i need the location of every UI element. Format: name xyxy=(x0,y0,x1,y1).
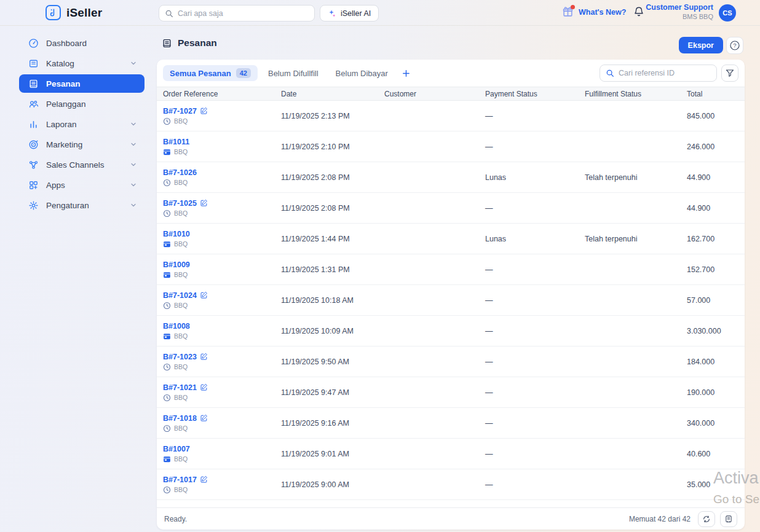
order-reference-cell: B#7-1027BBQ xyxy=(163,107,281,125)
order-reference-link[interactable]: B#7-1017 xyxy=(163,475,197,484)
total-cell: 40.600 xyxy=(687,450,738,458)
table-row[interactable]: B#7-1024BBQ11/19/2025 10:18 AM—57.000 xyxy=(157,285,745,316)
channel-label: BBQ xyxy=(174,302,188,309)
sidebar-item-dashboard[interactable]: Dashboard xyxy=(19,34,144,52)
filter-button[interactable] xyxy=(721,65,738,82)
column-header: Fulfillment Status xyxy=(585,90,687,98)
payment-status-cell: — xyxy=(485,296,585,305)
global-search[interactable] xyxy=(159,5,315,22)
draft-order-icon xyxy=(163,486,171,494)
tab-semua-pesanan[interactable]: Semua Pesanan42 xyxy=(163,65,258,81)
order-reference-link[interactable]: B#7-1027 xyxy=(163,107,197,115)
load-count: Memuat 42 dari 42 xyxy=(629,515,691,523)
iseller-ai-button[interactable]: iSeller AI xyxy=(320,5,379,22)
sidebar-item-marketing[interactable]: Marketing xyxy=(19,135,144,154)
table-row[interactable]: B#7-1021BBQ11/19/2025 9:47 AM—190.000 xyxy=(157,377,745,408)
payment-status-cell: — xyxy=(485,112,585,120)
export-button[interactable]: Ekspor xyxy=(679,37,723,53)
account-menu[interactable]: Customer Support BMS BBQ xyxy=(646,3,713,20)
notifications-bell-icon[interactable] xyxy=(633,6,644,17)
order-reference-link[interactable]: B#1008 xyxy=(163,322,190,331)
table-row[interactable]: B#1009BBQ11/19/2025 1:31 PM—152.700 xyxy=(157,254,745,285)
edit-icon[interactable] xyxy=(200,414,208,422)
account-store: BMS BBQ xyxy=(646,13,713,20)
edit-icon[interactable] xyxy=(200,107,208,115)
page-title-text: Pesanan xyxy=(178,37,217,49)
table-search[interactable] xyxy=(600,65,717,82)
date-cell: 11/19/2025 1:31 PM xyxy=(281,265,384,274)
edit-icon[interactable] xyxy=(200,291,208,299)
table-row[interactable]: B#7-1018BBQ11/19/2025 9:16 AM—340.000 xyxy=(157,408,745,439)
add-tab-button[interactable] xyxy=(398,65,414,81)
sidebar-item-sales-channels[interactable]: Sales Channels xyxy=(19,155,144,174)
order-reference-link[interactable]: B#1009 xyxy=(163,260,190,269)
table-row[interactable]: B#1008BBQ11/19/2025 10:09 AM—3.030.000 xyxy=(157,316,745,346)
order-reference-link[interactable]: B#7-1025 xyxy=(163,199,197,208)
sidebar-item-pesanan[interactable]: Pesanan xyxy=(19,74,144,93)
edit-icon[interactable] xyxy=(200,475,208,483)
sidebar-item-katalog[interactable]: Katalog xyxy=(19,54,144,72)
global-search-input[interactable] xyxy=(178,9,309,18)
order-reference-link[interactable]: B#7-1018 xyxy=(163,414,197,423)
table-search-input[interactable] xyxy=(619,69,711,77)
pos-channel-icon xyxy=(163,240,171,248)
sparkle-icon xyxy=(328,9,336,18)
edit-icon[interactable] xyxy=(200,353,208,361)
date-cell: 11/19/2025 9:50 AM xyxy=(281,358,384,366)
date-cell: 11/19/2025 9:01 AM xyxy=(281,450,384,458)
sidebar-item-label: Marketing xyxy=(46,140,122,149)
date-cell: 11/19/2025 9:16 AM xyxy=(281,419,384,428)
table-row[interactable]: B#7-1027BBQ11/19/2025 2:13 PM—845.000 xyxy=(157,101,745,131)
order-reference-cell: B#1007BBQ xyxy=(163,445,281,463)
tabbar: Semua Pesanan42Belum DifullfillBelum Dib… xyxy=(157,60,745,87)
payment-status-cell: — xyxy=(485,265,585,274)
table-row[interactable]: B#7-1023BBQ11/19/2025 9:50 AM—184.000 xyxy=(157,346,745,377)
table-row[interactable]: B#7-1026BBQ11/19/2025 2:08 PMLunasTelah … xyxy=(157,162,745,193)
sidebar-item-laporan[interactable]: Laporan xyxy=(19,115,144,133)
table-row[interactable]: B#7-1017BBQ11/19/2025 9:00 AM—35.000 xyxy=(157,469,745,500)
avatar[interactable]: CS xyxy=(719,4,736,22)
table-row[interactable]: B#7-1025BBQ11/19/2025 2:08 PM—44.900 xyxy=(157,193,745,224)
status-text: Ready. xyxy=(164,515,187,523)
order-reference-link[interactable]: B#7-1026 xyxy=(163,168,197,177)
order-reference-link[interactable]: B#7-1021 xyxy=(163,383,197,392)
payment-status-cell: — xyxy=(485,419,585,428)
tab-belum-difullfill[interactable]: Belum Difullfill xyxy=(261,65,325,81)
gauge-icon xyxy=(28,38,39,49)
channel-label: BBQ xyxy=(174,486,188,493)
svg-text:?: ? xyxy=(733,42,736,49)
whats-new-button[interactable]: What's New? xyxy=(562,6,626,18)
order-reference-link[interactable]: B#1011 xyxy=(163,138,189,146)
tab-belum-dibayar[interactable]: Belum Dibayar xyxy=(329,65,395,81)
help-button[interactable]: ? xyxy=(726,37,743,54)
order-reference-link[interactable]: B#7-1024 xyxy=(163,291,197,300)
order-reference-cell: B#1011BBQ xyxy=(163,138,281,156)
order-reference-cell: B#7-1025BBQ xyxy=(163,199,281,217)
edit-icon[interactable] xyxy=(200,383,208,391)
order-reference-link[interactable]: B#1010 xyxy=(163,230,190,238)
sidebar-item-pelanggan[interactable]: Pelanggan xyxy=(19,95,144,113)
sidebar-item-pengaturan[interactable]: Pengaturan xyxy=(19,196,144,214)
pos-channel-icon xyxy=(163,271,171,279)
receipt-view-button[interactable] xyxy=(720,511,737,527)
table-row[interactable]: B#1007BBQ11/19/2025 9:01 AM—40.600 xyxy=(157,439,745,469)
sidebar-item-label: Apps xyxy=(46,181,122,190)
total-cell: 57.000 xyxy=(687,296,738,305)
tab-count-badge: 42 xyxy=(236,68,251,78)
date-cell: 11/19/2025 2:08 PM xyxy=(281,173,384,182)
brand-logo[interactable]: iSeller xyxy=(46,5,102,20)
order-reference-link[interactable]: B#7-1023 xyxy=(163,353,197,361)
sidebar-item-label: Pesanan xyxy=(46,79,137,88)
table-row[interactable]: B#1010BBQ11/19/2025 1:44 PMLunasTelah te… xyxy=(157,224,745,254)
edit-icon[interactable] xyxy=(200,199,208,207)
total-cell: 845.000 xyxy=(687,112,738,120)
refresh-button[interactable] xyxy=(698,511,715,527)
order-reference-cell: B#7-1017BBQ xyxy=(163,475,281,494)
order-reference-link[interactable]: B#1007 xyxy=(163,445,190,453)
whats-new-label: What's New? xyxy=(579,8,626,17)
brand-name: iSeller xyxy=(66,6,102,20)
pos-channel-icon xyxy=(163,148,171,156)
sidebar-item-apps[interactable]: Apps xyxy=(19,176,144,194)
table-row[interactable]: B#1011BBQ11/19/2025 2:10 PM—246.000 xyxy=(157,131,745,162)
channel-label: BBQ xyxy=(174,455,188,463)
